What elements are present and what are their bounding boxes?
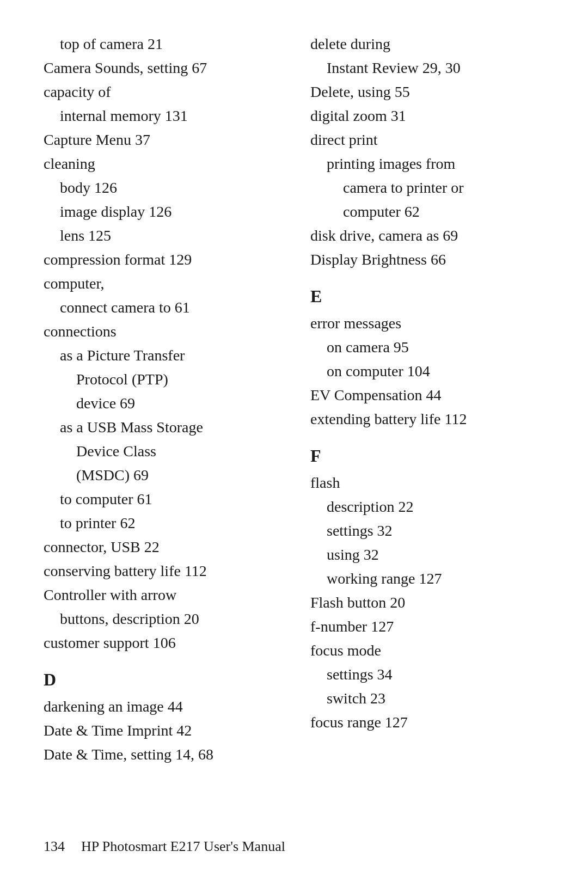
list-item: delete during bbox=[310, 33, 544, 56]
list-item: connections bbox=[44, 320, 278, 343]
list-item: on computer 104 bbox=[310, 360, 544, 383]
list-item: Capture Menu 37 bbox=[44, 128, 278, 151]
list-item: conserving battery life 112 bbox=[44, 560, 278, 583]
list-item: Camera Sounds, setting 67 bbox=[44, 57, 278, 79]
list-item: printing images from bbox=[310, 152, 544, 175]
list-item: description 22 bbox=[310, 495, 544, 518]
list-item: Device Class bbox=[44, 440, 278, 463]
list-item: capacity of bbox=[44, 81, 278, 103]
list-item: direct print bbox=[310, 128, 544, 151]
list-item: camera to printer or bbox=[310, 176, 544, 199]
list-item: connect camera to 61 bbox=[44, 296, 278, 319]
list-item: disk drive, camera as 69 bbox=[310, 224, 544, 247]
footer-page-number: 134 bbox=[44, 838, 65, 855]
list-item: device 69 bbox=[44, 392, 278, 415]
list-item: internal memory 131 bbox=[44, 105, 278, 127]
list-item: flash bbox=[310, 471, 544, 494]
list-item: settings 34 bbox=[310, 663, 544, 686]
list-item: switch 23 bbox=[310, 687, 544, 710]
list-item: lens 125 bbox=[44, 224, 278, 247]
list-item: compression format 129 bbox=[44, 248, 278, 271]
section-header-d: D bbox=[44, 670, 278, 690]
list-item: Date & Time, setting 14, 68 bbox=[44, 743, 278, 766]
section-header-e: E bbox=[310, 286, 544, 307]
list-item: (MSDC) 69 bbox=[44, 464, 278, 487]
list-item: cleaning bbox=[44, 152, 278, 175]
list-item: working range 127 bbox=[310, 567, 544, 590]
right-column: delete during Instant Review 29, 30 Dele… bbox=[310, 33, 544, 767]
list-item: Protocol (PTP) bbox=[44, 368, 278, 391]
list-item: focus mode bbox=[310, 639, 544, 662]
list-item: computer 62 bbox=[310, 200, 544, 223]
list-item: using 32 bbox=[310, 543, 544, 566]
list-item: on camera 95 bbox=[310, 336, 544, 359]
footer-title: HP Photosmart E217 User's Manual bbox=[81, 838, 285, 855]
list-item: to printer 62 bbox=[44, 512, 278, 535]
left-column: top of camera 21 Camera Sounds, setting … bbox=[44, 33, 278, 767]
list-item: to computer 61 bbox=[44, 488, 278, 511]
footer: 134 HP Photosmart E217 User's Manual bbox=[44, 838, 544, 855]
list-item: as a Picture Transfer bbox=[44, 344, 278, 367]
list-item: Date & Time Imprint 42 bbox=[44, 719, 278, 742]
list-item: customer support 106 bbox=[44, 632, 278, 654]
list-item: Display Brightness 66 bbox=[310, 248, 544, 271]
list-item: top of camera 21 bbox=[44, 33, 278, 56]
list-item: Instant Review 29, 30 bbox=[310, 57, 544, 79]
list-item: darkening an image 44 bbox=[44, 695, 278, 718]
list-item: EV Compensation 44 bbox=[310, 384, 544, 407]
list-item: as a USB Mass Storage bbox=[44, 416, 278, 439]
list-item: settings 32 bbox=[310, 519, 544, 542]
index-columns: top of camera 21 Camera Sounds, setting … bbox=[44, 33, 544, 767]
list-item: body 126 bbox=[44, 176, 278, 199]
list-item: digital zoom 31 bbox=[310, 105, 544, 127]
list-item: image display 126 bbox=[44, 200, 278, 223]
list-item: Controller with arrow bbox=[44, 584, 278, 607]
list-item: Flash button 20 bbox=[310, 591, 544, 614]
list-item: Delete, using 55 bbox=[310, 81, 544, 103]
page: top of camera 21 Camera Sounds, setting … bbox=[0, 0, 588, 882]
list-item: computer, bbox=[44, 272, 278, 295]
list-item: f-number 127 bbox=[310, 615, 544, 638]
list-item: error messages bbox=[310, 312, 544, 335]
list-item: buttons, description 20 bbox=[44, 608, 278, 630]
list-item: connector, USB 22 bbox=[44, 536, 278, 559]
section-header-f: F bbox=[310, 446, 544, 466]
list-item: focus range 127 bbox=[310, 711, 544, 734]
list-item: extending battery life 112 bbox=[310, 408, 544, 431]
